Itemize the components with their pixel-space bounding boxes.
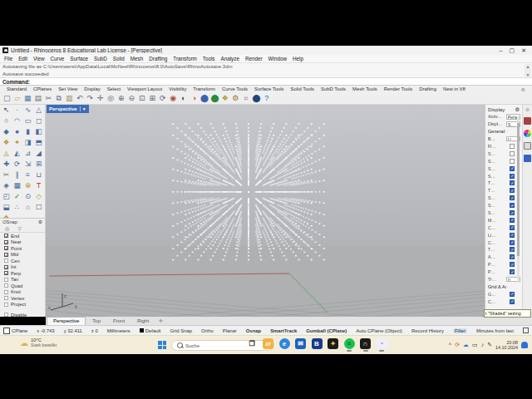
menu-analyze[interactable]: Analyze: [220, 56, 239, 62]
monitor-tab-icon[interactable]: [524, 142, 531, 150]
toolbar-tab-transform[interactable]: Transform: [193, 86, 215, 91]
checkbox-icon[interactable]: [4, 278, 8, 282]
loft-tool-icon[interactable]: ⬒: [33, 137, 44, 148]
status-record-history[interactable]: Record History: [411, 328, 444, 333]
menu-help[interactable]: Help: [293, 56, 303, 62]
app-v-icon[interactable]: ✦: [328, 338, 338, 349]
redo-icon[interactable]: ↷: [85, 92, 96, 105]
menu-transform[interactable]: Transform: [173, 56, 196, 62]
checkbox-icon[interactable]: [510, 292, 515, 297]
menu-surface[interactable]: Surface: [70, 56, 88, 62]
checkbox-icon[interactable]: [510, 225, 515, 230]
command-prompt[interactable]: Command:: [0, 78, 532, 86]
status-cplane[interactable]: CPlane: [3, 328, 27, 334]
checkbox-icon[interactable]: [510, 166, 515, 171]
menu-solid[interactable]: Solid: [113, 56, 125, 62]
toolbar-tab-new-in-v8[interactable]: New in V8: [443, 86, 466, 91]
status-planar[interactable]: Planar: [223, 328, 237, 333]
checkbox-icon[interactable]: [510, 159, 515, 164]
gear-icon[interactable]: ⚙: [38, 219, 42, 224]
osnap-snaps-tab-icon[interactable]: ◎: [5, 225, 9, 231]
copy-icon[interactable]: ⧉: [54, 92, 65, 105]
checkbox-icon[interactable]: [4, 283, 8, 288]
taskbar-clock[interactable]: 20:08 14.10.2024: [495, 340, 518, 350]
chevron-down-icon[interactable]: ▼: [80, 106, 86, 111]
display-row[interactable]: C…: [485, 298, 522, 305]
rotate-view-icon[interactable]: ⟳: [158, 92, 169, 105]
pen-icon[interactable]: ✎: [487, 337, 492, 352]
checkbox-icon[interactable]: [510, 180, 515, 185]
checkbox-icon[interactable]: [4, 303, 8, 307]
sweep-tool-icon[interactable]: ◭: [12, 148, 22, 159]
dimension-tool-icon[interactable]: ◰: [1, 191, 12, 202]
status-filter[interactable]: Filter: [453, 328, 467, 333]
osnap-option-tan[interactable]: Tan: [0, 277, 45, 283]
display-tab-icon[interactable]: [524, 155, 531, 162]
menu-subd[interactable]: SubD: [94, 56, 107, 62]
osnap-option-near[interactable]: Near: [0, 239, 45, 246]
checkbox-icon[interactable]: [510, 144, 515, 149]
pointer-tool-icon[interactable]: ↖: [1, 105, 12, 116]
menu-mesh[interactable]: Mesh: [131, 56, 143, 62]
print-icon[interactable]: ▤: [33, 92, 44, 105]
menu-file[interactable]: File: [4, 56, 12, 62]
toolbar-tab-drafting[interactable]: Drafting: [419, 86, 436, 91]
osnap-option-knot[interactable]: Knot: [0, 289, 45, 296]
open-file-icon[interactable]: ▱: [12, 92, 23, 105]
display-tray-icon[interactable]: ▭: [472, 337, 478, 352]
menu-render[interactable]: Render: [245, 56, 263, 62]
viewport-tab-perspective[interactable]: Perspective: [47, 317, 86, 325]
checkbox-icon[interactable]: [510, 262, 515, 267]
status-smarttrack[interactable]: SmartTrack: [270, 328, 297, 333]
extrude-tool-icon[interactable]: ◨: [22, 137, 33, 148]
zoom-in-icon[interactable]: ⊕: [116, 92, 127, 105]
checkbox-icon[interactable]: [4, 240, 8, 244]
checkbox-icon[interactable]: [510, 188, 515, 193]
app-b-icon[interactable]: B: [312, 338, 323, 349]
scroll-up-icon[interactable]: ▲: [525, 64, 531, 69]
osnap-disable-option[interactable]: Disable: [0, 312, 45, 318]
rhino-app-icon[interactable]: ∩: [360, 338, 372, 352]
split-tool-icon[interactable]: ∥: [12, 170, 22, 180]
checkbox-icon[interactable]: [4, 253, 8, 257]
shaded-mode-icon[interactable]: ◉: [168, 92, 179, 105]
trim-tool-icon[interactable]: ✂: [1, 170, 12, 180]
status-default[interactable]: Default: [140, 328, 161, 333]
select-tool-icon[interactable]: ☐: [33, 202, 44, 213]
hidden-icons-chevron[interactable]: ^: [449, 337, 451, 352]
gears-icon[interactable]: ⚙: [230, 92, 241, 105]
menu-edit[interactable]: Edit: [18, 56, 27, 62]
circle-tool-icon[interactable]: ○: [1, 116, 12, 126]
spotify-icon[interactable]: ≈: [344, 338, 355, 349]
checkbox-icon[interactable]: [510, 174, 515, 179]
help-icon[interactable]: ?: [262, 92, 273, 105]
minimize-button[interactable]: –: [500, 47, 503, 54]
osnap-option-vertex[interactable]: Vertex: [0, 295, 45, 302]
checkbox-icon[interactable]: [510, 254, 515, 259]
toolbar-tab-standard[interactable]: Standard: [7, 86, 27, 91]
text-tool-icon[interactable]: T: [33, 180, 44, 191]
offset-tool-icon[interactable]: ⊕: [22, 180, 33, 191]
file-explorer-icon[interactable]: ▱: [263, 338, 274, 352]
status-minutes-from-last[interactable]: Minutes from last: [476, 328, 514, 333]
spotify-icon[interactable]: ≈: [343, 338, 355, 352]
checkbox-icon[interactable]: [4, 246, 8, 250]
blue-sphere-icon[interactable]: ⬤: [200, 92, 210, 105]
analyze-tool-icon[interactable]: ⊙: [22, 191, 33, 202]
material-icon[interactable]: ❖: [220, 92, 231, 105]
toolbar-tab-visibility[interactable]: Visibility: [169, 86, 186, 91]
save-icon[interactable]: ▦: [22, 92, 33, 105]
checkbox-icon[interactable]: [4, 259, 8, 263]
toolbar-tab-cplanes[interactable]: CPlanes: [33, 86, 52, 91]
toolbar-tab-display[interactable]: Display: [84, 86, 100, 91]
onedrive-icon[interactable]: ☁: [463, 337, 469, 352]
viewport-tab-top[interactable]: Top: [86, 318, 106, 325]
edge-browser-icon[interactable]: e: [279, 338, 290, 349]
status-gumball-cplane-[interactable]: Gumball (CPlane): [306, 328, 347, 333]
perspective-viewport[interactable]: [46, 105, 485, 317]
checkbox-icon[interactable]: [4, 313, 8, 317]
close-button[interactable]: ✕: [521, 47, 526, 54]
status-millimeters[interactable]: Millimeters: [107, 328, 131, 333]
menu-tools[interactable]: Tools: [203, 56, 215, 62]
gear-icon[interactable]: ⚙: [525, 106, 530, 112]
